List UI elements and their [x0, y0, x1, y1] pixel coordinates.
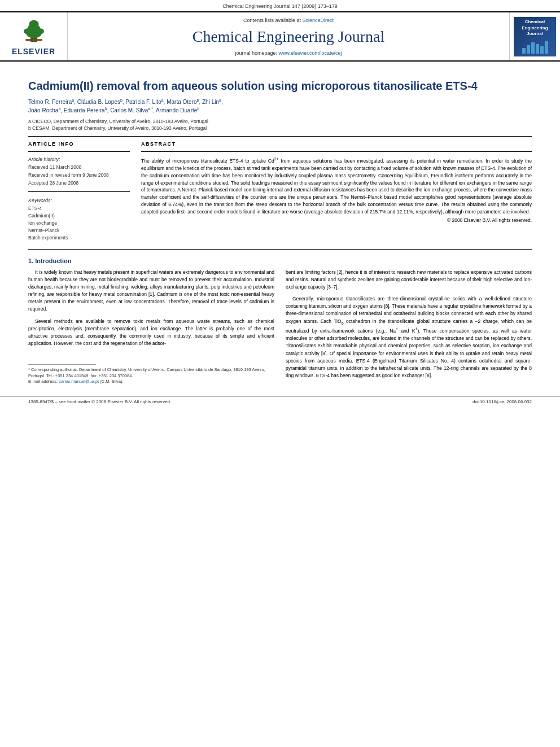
article-info-heading: ARTICLE INFO — [28, 141, 130, 147]
homepage-line: journal homepage: www.elsevier.com/locat… — [235, 50, 342, 56]
footnote-star: * Corresponding author at: Department of… — [28, 367, 274, 379]
keyword-1: ETS-4 — [28, 206, 130, 212]
main-content: Cadmium(II) removal from aqueous solutio… — [0, 62, 560, 391]
svg-rect-7 — [522, 48, 526, 54]
intro-right-col: bent are limiting factors [2], hence it … — [286, 269, 532, 385]
keywords-label: Keywords: — [28, 198, 130, 203]
thumb-label: Chemical Engineering Journal — [522, 19, 548, 37]
intro-left-text: It is widely known that heavy metals pre… — [28, 269, 274, 348]
introduction-section: 1. Introduction It is widely known that … — [28, 257, 532, 385]
affiliation-a: a CICECO, Department of Chemistry, Unive… — [28, 119, 532, 125]
divider-1 — [28, 136, 532, 137]
intro-body: It is widely known that heavy metals pre… — [28, 269, 532, 385]
keyword-4: Nernst–Planck — [28, 228, 130, 234]
history-label: Article history: — [28, 156, 130, 162]
keyword-3: Ion exchange — [28, 220, 130, 227]
elsevier-wordmark: ELSEVIER — [12, 47, 55, 56]
elsevier-logo: ELSEVIER — [12, 17, 55, 56]
svg-rect-12 — [545, 41, 548, 54]
keywords-section: Keywords: ETS-4 Cadmium(II) Ion exchange… — [28, 198, 130, 241]
intro-left-col: It is widely known that heavy metals pre… — [28, 269, 274, 385]
svg-point-3 — [29, 20, 38, 28]
email-link[interactable]: carlos.manuel@ua.pt — [59, 379, 99, 384]
sciencedirect-link[interactable]: ScienceDirect — [303, 18, 334, 23]
affiliations: a CICECO, Department of Chemistry, Unive… — [28, 119, 532, 132]
footnote-area: * Corresponding author at: Department of… — [28, 364, 274, 385]
intro-title: 1. Introduction — [28, 257, 532, 264]
article-info-abstract-row: ARTICLE INFO Article history: Received 1… — [28, 141, 532, 242]
divider-keywords — [28, 191, 130, 192]
svg-rect-11 — [540, 46, 544, 54]
divider-abstract — [141, 151, 532, 152]
elsevier-tree-icon — [17, 17, 51, 45]
abstract-heading: ABSTRACT — [141, 141, 532, 147]
svg-point-4 — [24, 28, 32, 34]
thumb-chart-icon — [521, 40, 549, 54]
footnote-email: E-mail address: carlos.manuel@ua.pt (C.M… — [28, 379, 274, 385]
divider-2 — [28, 249, 532, 250]
svg-rect-10 — [536, 44, 539, 54]
bottom-bar: 1385-8947/$ – see front matter © 2008 El… — [0, 396, 560, 407]
journal-name: Chemical Engineering Journal — [193, 28, 385, 46]
journal-title-area: Contents lists available at ScienceDirec… — [68, 12, 509, 60]
svg-rect-9 — [531, 42, 535, 54]
intro-right-text: bent are limiting factors [2], hence it … — [286, 269, 532, 380]
article-info-col: ARTICLE INFO Article history: Received 1… — [28, 141, 130, 242]
doi-line: doi:10.1016/j.cej.2008.06.032 — [473, 399, 532, 404]
elsevier-logo-area: ELSEVIER — [0, 12, 68, 60]
contents-line: Contents lists available at ScienceDirec… — [243, 18, 334, 23]
footnote-divider — [28, 364, 96, 365]
journal-thumbnail-area: Chemical Engineering Journal — [509, 12, 560, 60]
abstract-text: The ability of microporous titanosilicat… — [141, 156, 532, 215]
abstract-col: ABSTRACT The ability of microporous tita… — [141, 141, 532, 242]
divider-article-info — [28, 151, 130, 152]
journal-thumbnail: Chemical Engineering Journal — [514, 17, 556, 56]
keyword-5: Batch experiments — [28, 235, 130, 242]
history-accepted: Accepted 28 June 2008 — [28, 180, 130, 187]
history-received: Received 11 March 2008 — [28, 164, 130, 171]
svg-rect-8 — [527, 45, 530, 54]
history-revised: Received in revised form 9 June 2008 — [28, 172, 130, 179]
svg-point-5 — [36, 28, 44, 34]
citation-text: Chemical Engineering Journal 147 (2009) … — [222, 3, 338, 9]
page: Chemical Engineering Journal 147 (2009) … — [0, 0, 560, 747]
affiliation-b: b CESAM, Department of Chemistry, Univer… — [28, 125, 532, 132]
issn-line: 1385-8947/$ – see front matter © 2008 El… — [28, 399, 171, 404]
authors-line: Telmo R. Ferreiraa, Cláudia B. Lopesb, P… — [28, 98, 532, 115]
svg-rect-6 — [25, 39, 42, 41]
keyword-2: Cadmium(II) — [28, 213, 130, 220]
journal-header: ELSEVIER Contents lists available at Sci… — [0, 11, 560, 62]
homepage-url[interactable]: www.elsevier.com/locate/cej — [279, 50, 342, 56]
journal-citation: Chemical Engineering Journal 147 (2009) … — [0, 0, 560, 11]
article-title: Cadmium(II) removal from aqueous solutio… — [28, 78, 532, 93]
copyright-line: © 2008 Elsevier B.V. All rights reserved… — [141, 217, 532, 223]
